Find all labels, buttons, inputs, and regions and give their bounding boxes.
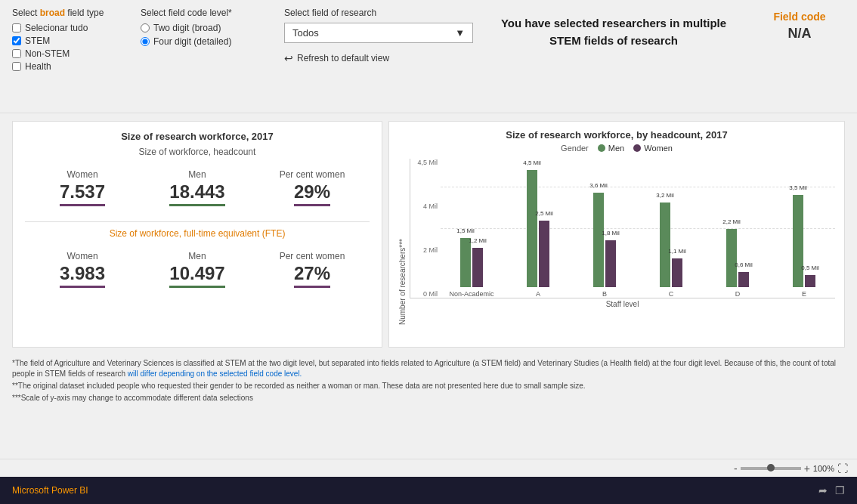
message-section: You have selected researchers in multipl… — [496, 8, 732, 49]
zoom-value: 100% — [813, 464, 834, 473]
checkbox-input-selecionar[interactable] — [12, 23, 21, 32]
fullscreen-icon[interactable]: ❐ — [835, 484, 845, 496]
divider — [25, 221, 370, 222]
y-axis-label: Number of researchers*** — [398, 159, 407, 325]
x-label-b: B — [602, 290, 607, 298]
fte-metrics: Women 3.983 Men 10.497 Per cent women 27… — [25, 248, 370, 291]
headcount-percent: Per cent women 29% — [255, 166, 370, 209]
field-code-section: Select field code level* Two digit (broa… — [141, 8, 261, 47]
powerbi-link[interactable]: Microsoft Power BI — [12, 485, 88, 496]
fte-percent: Per cent women 27% — [255, 248, 370, 291]
field-research-label: Select field of research — [284, 8, 473, 18]
footer-bar: Microsoft Power BI ➦ ❐ — [0, 477, 857, 504]
headcount-metrics: Women 7.537 Men 18.443 Per cent women 29… — [25, 166, 370, 209]
women-bar-c: 1,1 Mil — [672, 258, 682, 287]
bar-group-b: 3,6 Mil 1,8 Mil B — [574, 193, 636, 298]
legend-men: Men — [598, 144, 624, 153]
field-research-dropdown[interactable]: Todos ▼ — [284, 23, 473, 43]
x-axis-title: Staff level — [410, 300, 835, 308]
checkbox-selecionar-tudo[interactable]: Selecionar tudo — [12, 23, 118, 33]
chart-container: 4,5 Mil 4 Mil 2 Mil 0 Mil 1,5 Mil 1,2 Mi — [410, 159, 835, 325]
fte-subtitle: Size of workforce, full-time equivalent … — [25, 228, 370, 239]
men-bar-d: 2,2 Mil — [726, 229, 737, 287]
footnote-1: *The field of Agriculture and Veterinary… — [12, 358, 845, 379]
field-code-display-label: Field code — [754, 11, 845, 23]
chevron-down-icon: ▼ — [455, 27, 465, 39]
refresh-icon: ↩ — [284, 52, 293, 64]
checkbox-input-health[interactable] — [12, 62, 21, 71]
field-research-section: Select field of research Todos ▼ ↩ Refre… — [284, 8, 473, 67]
right-panel: Size of research workforce, by headcount… — [388, 121, 845, 348]
selection-message: You have selected researchers in multipl… — [496, 15, 732, 49]
bars-nonacademic: 1,5 Mil 1,2 Mil — [441, 238, 503, 287]
zoom-slider[interactable] — [741, 467, 801, 470]
bars-d: 2,2 Mil 0,6 Mil — [707, 229, 769, 287]
field-code-label: Select field code level* — [141, 8, 261, 18]
checkbox-non-stem[interactable]: Non-STEM — [12, 48, 118, 59]
women-dot — [633, 144, 641, 152]
zoom-plus-button[interactable]: + — [804, 462, 810, 475]
headcount-men: Men 18.443 — [140, 166, 255, 209]
headcount-subtitle: Size of workforce, headcount — [25, 147, 370, 157]
share-icon[interactable]: ➦ — [818, 484, 828, 496]
footnote-3: ***Scale of y-axis may change to accommo… — [12, 393, 845, 404]
radio-four-digit[interactable]: Four digit (detailed) — [141, 36, 261, 47]
legend-men-label: Men — [608, 144, 624, 153]
x-label-a: A — [536, 290, 540, 298]
men-bar-a: 4,5 Mil — [527, 170, 537, 287]
radio-input-four-digit[interactable] — [141, 37, 150, 46]
bars-b: 3,6 Mil 1,8 Mil — [574, 193, 636, 287]
bottom-bar: - + 100% ⛶ — [0, 459, 857, 477]
bar-group-e: 3,5 Mil 0,5 Mil E — [773, 195, 835, 298]
fte-women: Women 3.983 — [25, 248, 140, 291]
checkbox-health[interactable]: Health — [12, 61, 118, 72]
x-label-d: D — [735, 290, 741, 298]
men-bar-nonacademic: 1,5 Mil — [460, 238, 471, 287]
women-bar-b: 1,8 Mil — [605, 240, 616, 287]
chart-area: Number of researchers*** 4,5 Mil 4 Mil 2… — [398, 159, 835, 325]
x-label-c: C — [669, 290, 674, 298]
right-chart-title: Size of research workforce, by headcount… — [398, 129, 835, 141]
women-bar-nonacademic: 1,2 Mil — [472, 248, 483, 287]
grid-line-4mil — [441, 187, 835, 187]
bar-group-c: 3,2 Mil 1,1 Mil C — [640, 203, 702, 298]
field-type-label: Select broad field type — [12, 8, 118, 18]
checkbox-input-stem[interactable] — [12, 36, 21, 45]
men-bar-b: 3,6 Mil — [593, 193, 604, 287]
refresh-button[interactable]: ↩ Refresh to default view — [284, 49, 389, 67]
legend-women: Women — [633, 144, 673, 153]
women-bar-e: 0,5 Mil — [805, 275, 815, 287]
bar-group-nonacademic: 1,5 Mil 1,2 Mil Non-Academic — [441, 238, 503, 298]
field-code-display: Field code N/A — [754, 8, 845, 42]
bar-group-d: 2,2 Mil 0,6 Mil D — [707, 229, 769, 298]
footnote-2: **The original dataset included people w… — [12, 381, 845, 391]
men-bar-c: 3,2 Mil — [660, 203, 670, 287]
zoom-controls: - + 100% ⛶ — [734, 462, 848, 475]
field-type-options: Selecionar tudo STEM Non-STEM Health — [12, 23, 118, 72]
legend-gender-label: Gender — [561, 144, 589, 153]
field-type-section: Select broad field type Selecionar tudo … — [12, 8, 118, 72]
bars-area: 4,5 Mil 4 Mil 2 Mil 0 Mil 1,5 Mil 1,2 Mi — [410, 159, 835, 298]
field-code-value: N/A — [754, 26, 845, 42]
men-bar-e: 3,5 Mil — [793, 195, 803, 287]
zoom-minus-button[interactable]: - — [734, 462, 738, 475]
legend-women-label: Women — [644, 144, 673, 153]
left-chart-title: Size of research workforce, 2017 — [25, 131, 370, 142]
checkbox-stem[interactable]: STEM — [12, 36, 118, 46]
bars-e: 3,5 Mil 0,5 Mil — [773, 195, 835, 287]
checkbox-input-non-stem[interactable] — [12, 49, 21, 58]
radio-input-two-digit[interactable] — [141, 23, 150, 32]
fte-men: Men 10.497 — [140, 248, 255, 291]
field-code-options: Two digit (broad) Four digit (detailed) — [141, 23, 261, 47]
footnotes: *The field of Agriculture and Veterinary… — [0, 355, 857, 408]
women-bar-d: 0,6 Mil — [738, 272, 749, 287]
zoom-slider-thumb — [767, 464, 775, 472]
x-label-nonacademic: Non-Academic — [449, 290, 493, 298]
x-label-e: E — [802, 290, 806, 298]
bar-group-a: 4,5 Mil 2,5 Mil A — [507, 170, 569, 298]
men-dot — [598, 144, 605, 152]
bars-c: 3,2 Mil 1,1 Mil — [640, 203, 702, 287]
radio-two-digit[interactable]: Two digit (broad) — [141, 23, 261, 33]
chart-legend: Gender Men Women — [398, 144, 835, 153]
expand-icon[interactable]: ⛶ — [837, 462, 848, 475]
